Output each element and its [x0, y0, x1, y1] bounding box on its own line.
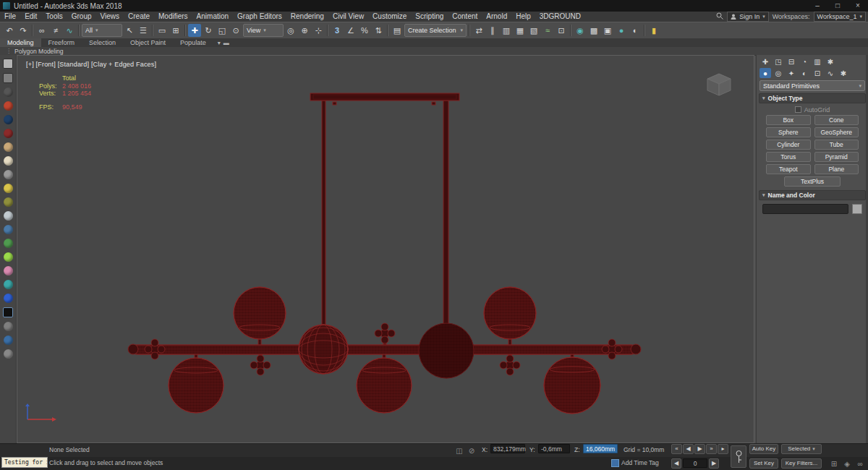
primitives-dropdown[interactable]: Standard Primitives ▾ [760, 80, 865, 91]
pyramid-button[interactable]: Pyramid [814, 152, 859, 162]
left-toolbar-icon[interactable] [3, 59, 13, 69]
frame-forward-button[interactable]: ▶ [709, 458, 719, 469]
menu-group[interactable]: Group [67, 12, 96, 22]
plane-button[interactable]: Plane [814, 164, 859, 174]
object-type-rollout[interactable]: ▾ Object Type [759, 93, 866, 103]
menu-3dground[interactable]: 3DGROUND [535, 12, 585, 22]
object-color-swatch[interactable] [852, 204, 862, 214]
torus-button[interactable]: Torus [766, 152, 811, 162]
left-toolbar-icon[interactable] [4, 211, 13, 221]
rendered-frame-window-icon[interactable]: ▣ [601, 24, 614, 37]
named-selection-dropdown[interactable]: Create Selection Se ▾ [404, 24, 467, 37]
go-to-start-button[interactable]: « [671, 444, 682, 454]
tab-selection[interactable]: Selection [82, 38, 123, 47]
render-setup-icon[interactable]: ▩ [587, 24, 600, 37]
left-toolbar-icon[interactable] [3, 73, 13, 83]
snaps-toggle-icon[interactable]: 3 [331, 24, 344, 37]
custom-script-icon[interactable]: ▮ [647, 24, 660, 37]
lights-category-icon[interactable]: ✦ [786, 68, 797, 78]
cone-button[interactable]: Cone [814, 115, 859, 125]
menu-help[interactable]: Help [511, 12, 535, 22]
helpers-category-icon[interactable]: ⊡ [812, 68, 823, 78]
menu-create[interactable]: Create [124, 12, 154, 22]
display-tab-icon[interactable]: ▥ [812, 56, 823, 67]
viewport-label[interactable]: [+] [Front] [Standard] [Clay + Edged Fac… [26, 61, 156, 68]
menu-edit[interactable]: Edit [20, 12, 41, 22]
left-toolbar-icon[interactable] [4, 252, 13, 262]
close-button[interactable]: × [848, 0, 868, 12]
left-toolbar-icon[interactable] [4, 142, 13, 152]
left-toolbar-icon[interactable] [4, 322, 13, 331]
autogrid-row[interactable]: AutoGrid [757, 105, 868, 114]
autogrid-checkbox[interactable] [795, 106, 801, 113]
keyboard-override-icon[interactable]: ⊞ [829, 458, 839, 469]
select-object-icon[interactable]: ↖ [123, 24, 136, 37]
tab-modeling[interactable]: Modeling [0, 38, 41, 47]
search-icon[interactable] [716, 12, 723, 21]
systems-category-icon[interactable]: ✱ [838, 68, 849, 78]
teapot-button[interactable]: Teapot [766, 164, 811, 174]
align-icon[interactable]: ∥ [486, 24, 499, 37]
left-toolbar-icon[interactable] [4, 115, 13, 124]
play-button[interactable]: ▶ [694, 444, 705, 454]
left-toolbar-icon[interactable] [3, 307, 13, 317]
set-key-mode-button[interactable] [731, 445, 746, 468]
left-toolbar-icon[interactable] [4, 101, 13, 111]
auto-key-button[interactable]: Auto Key [749, 444, 778, 454]
workspace-dropdown[interactable]: Workspace_1 ▾ [814, 12, 866, 22]
window-crossing-icon[interactable]: ⊞ [169, 24, 182, 37]
tab-freeform[interactable]: Freeform [41, 38, 82, 47]
menu-views[interactable]: Views [96, 12, 124, 22]
set-key-button[interactable]: Set Key [749, 458, 778, 469]
selection-lock-icon[interactable]: ⊘ [467, 445, 477, 456]
select-by-name-icon[interactable]: ☰ [137, 24, 150, 37]
select-and-rotate-icon[interactable]: ↻ [202, 24, 215, 37]
sphere-button[interactable]: Sphere [766, 127, 811, 137]
selection-filter-dropdown[interactable]: All ▾ [82, 24, 122, 37]
z-coordinate-field[interactable]: 16,060mm [583, 444, 618, 453]
left-toolbar-icon[interactable] [4, 87, 13, 97]
key-filters-button[interactable]: Key Filters... [781, 458, 822, 469]
render-iterative-icon[interactable]: ◐ [629, 24, 642, 37]
spacewarps-category-icon[interactable]: ∿ [825, 68, 836, 78]
viewcube[interactable] [703, 72, 735, 101]
scene-explorer-toggle-icon[interactable]: ▥ [500, 24, 513, 37]
minimize-button[interactable]: – [807, 0, 827, 12]
go-to-end-button[interactable]: ▸ [718, 444, 728, 454]
frame-back-button[interactable]: ◀ [671, 458, 681, 469]
create-tab-icon[interactable]: ✚ [760, 56, 771, 67]
name-and-color-rollout[interactable]: ▾ Name and Color [759, 190, 866, 200]
schematic-view-icon[interactable]: ⊡ [555, 24, 568, 37]
spinner-snap-icon[interactable]: ⇅ [372, 24, 385, 37]
render-production-icon[interactable]: ● [615, 24, 628, 37]
left-toolbar-icon[interactable] [4, 266, 13, 275]
left-toolbar-icon[interactable] [4, 197, 13, 207]
geosphere-button[interactable]: GeoSphere [814, 127, 859, 137]
tube-button[interactable]: Tube [814, 140, 859, 150]
select-and-scale-icon[interactable]: ◱ [216, 24, 229, 37]
left-toolbar-icon[interactable] [4, 170, 13, 179]
viewport-front[interactable]: [+] [Front] [Standard] [Clay + Edged Fac… [17, 55, 754, 443]
select-and-manipulate-icon[interactable]: ⊹ [312, 24, 325, 37]
left-toolbar-icon[interactable] [4, 184, 13, 193]
left-toolbar-icon[interactable] [4, 349, 13, 359]
hierarchy-tab-icon[interactable]: ⊟ [786, 56, 797, 67]
menu-content[interactable]: Content [448, 12, 482, 22]
use-pivot-center-icon[interactable]: ◎ [284, 24, 297, 37]
minimize-ribbon-icon[interactable]: ▬ [224, 40, 229, 46]
select-and-place-icon[interactable]: ⊙ [229, 24, 242, 37]
material-editor-icon[interactable]: ◉ [574, 24, 587, 37]
menu-modifiers[interactable]: Modifiers [154, 12, 192, 22]
left-toolbar-icon[interactable] [4, 129, 13, 138]
current-frame-field[interactable]: 0 [683, 458, 707, 468]
progressive-display-icon[interactable]: ∞ [855, 458, 865, 469]
modify-tab-icon[interactable]: ◳ [773, 56, 784, 67]
utilities-tab-icon[interactable]: ✱ [825, 56, 836, 67]
curve-editor-icon[interactable]: ≈ [541, 24, 554, 37]
sign-in-button[interactable]: Sign In ▾ [727, 12, 769, 22]
ribbon-toggle-icon[interactable]: ▧ [527, 24, 540, 37]
menu-customize[interactable]: Customize [368, 12, 411, 22]
left-toolbar-icon[interactable] [4, 225, 13, 234]
left-toolbar-icon[interactable] [4, 156, 13, 166]
menu-file[interactable]: File [0, 12, 20, 22]
